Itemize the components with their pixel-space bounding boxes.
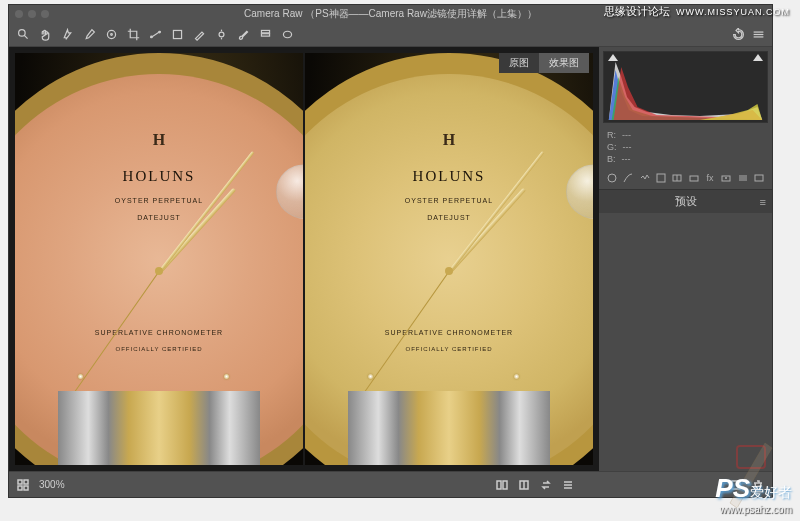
fx-tab-icon[interactable]: fx <box>703 171 717 185</box>
shadow-clip-icon[interactable] <box>608 54 618 61</box>
zoom-tool-icon[interactable] <box>15 27 31 43</box>
hsl-tab-icon[interactable] <box>654 171 668 185</box>
crop-tool-icon[interactable] <box>125 27 141 43</box>
rgb-readout: R:--- G:--- B:--- <box>599 127 772 167</box>
svg-point-17 <box>608 174 616 182</box>
window-title: Camera Raw （PS神器——Camera Raw滤镜使用详解（上集）） <box>244 7 537 21</box>
zoom-level[interactable]: 300% <box>39 479 65 490</box>
red-eye-tool-icon[interactable] <box>213 27 229 43</box>
tab-effect[interactable]: 效果图 <box>539 53 589 73</box>
curve-tab-icon[interactable] <box>621 171 635 185</box>
svg-line-1 <box>24 35 27 38</box>
transform-tool-icon[interactable] <box>169 27 185 43</box>
snapshots-tab-icon[interactable] <box>752 171 766 185</box>
rotate-ccw-icon[interactable] <box>730 27 746 43</box>
svg-point-13 <box>283 31 291 38</box>
svg-rect-31 <box>24 486 28 490</box>
adjustment-tabs: fx <box>599 167 772 190</box>
view-grid-icon[interactable] <box>15 477 31 493</box>
tab-original[interactable]: 原图 <box>499 53 539 73</box>
svg-point-3 <box>110 34 112 36</box>
detail-tab-icon[interactable] <box>638 171 652 185</box>
toolbar <box>9 23 772 47</box>
lens-tab-icon[interactable] <box>686 171 700 185</box>
window-controls[interactable] <box>15 10 49 18</box>
svg-rect-32 <box>497 481 501 489</box>
svg-rect-11 <box>261 30 269 32</box>
histogram[interactable] <box>603 51 768 123</box>
svg-rect-27 <box>755 175 763 181</box>
calibration-tab-icon[interactable] <box>719 171 733 185</box>
svg-rect-30 <box>18 486 22 490</box>
svg-rect-21 <box>690 176 698 181</box>
color-sampler-tool-icon[interactable] <box>81 27 97 43</box>
svg-rect-29 <box>24 480 28 484</box>
svg-rect-18 <box>657 174 665 182</box>
hand-tool-icon[interactable] <box>37 27 53 43</box>
svg-rect-7 <box>173 30 181 38</box>
svg-rect-33 <box>503 481 507 489</box>
camera-raw-window: Camera Raw （PS神器——Camera Raw滤镜使用详解（上集）） … <box>8 4 773 498</box>
basic-tab-icon[interactable] <box>605 171 619 185</box>
adjustment-brush-icon[interactable] <box>235 27 251 43</box>
highlight-clip-icon[interactable] <box>753 54 763 61</box>
preview-effect-image: H HOLUNS Oyster Perpetual Datejust Super… <box>305 53 593 465</box>
white-balance-tool-icon[interactable] <box>59 27 75 43</box>
graduated-filter-icon[interactable] <box>257 27 273 43</box>
watermark-top: 思缘设计论坛WWW.MISSYUAN.COM <box>604 4 790 19</box>
statusbar: 300% <box>9 471 772 497</box>
side-panel: R:--- G:--- B:--- fx 预设 ≡ <box>599 47 772 471</box>
radial-filter-icon[interactable] <box>279 27 295 43</box>
presets-tab-icon[interactable] <box>735 171 749 185</box>
preview-area: 原图 效果图 H HOLUNS Oyster Perpetual Datejus… <box>9 47 599 471</box>
preferences-icon[interactable] <box>750 27 766 43</box>
preview-original-image: H HOLUNS Oyster Perpetual Datejust Super… <box>15 53 303 465</box>
menu-icon[interactable] <box>560 477 576 493</box>
panel-menu-icon[interactable]: ≡ <box>760 196 766 208</box>
targeted-adjustment-icon[interactable] <box>103 27 119 43</box>
svg-point-23 <box>725 177 727 179</box>
panel-title-bar: 预设 ≡ <box>599 190 772 213</box>
svg-point-0 <box>18 30 25 37</box>
spot-removal-tool-icon[interactable] <box>191 27 207 43</box>
svg-rect-12 <box>261 34 269 36</box>
swap-icon[interactable] <box>538 477 554 493</box>
compare-mode-icon[interactable] <box>494 477 510 493</box>
svg-point-8 <box>219 32 224 37</box>
straighten-tool-icon[interactable] <box>147 27 163 43</box>
watermark-bottom: PS爱好者 www.psahz.com <box>715 473 792 515</box>
before-after-icon[interactable] <box>516 477 532 493</box>
svg-point-2 <box>107 30 115 38</box>
svg-rect-28 <box>18 480 22 484</box>
split-tone-tab-icon[interactable] <box>670 171 684 185</box>
